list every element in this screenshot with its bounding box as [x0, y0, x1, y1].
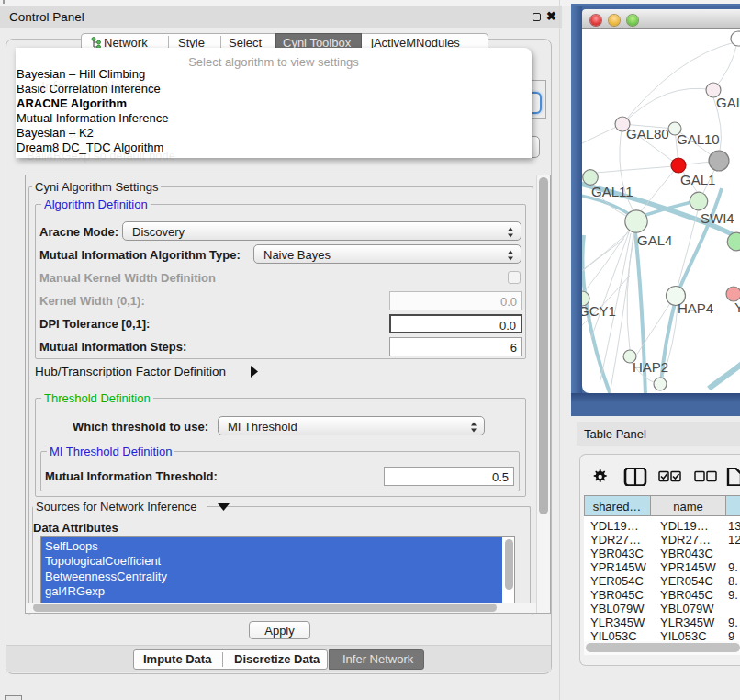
svg-text:GAL4: GAL4	[637, 232, 672, 248]
svg-text:GAL11: GAL11	[591, 184, 633, 199]
svg-text:GAL1: GAL1	[680, 172, 715, 187]
svg-text:GAL10: GAL10	[677, 131, 720, 147]
svg-text:HAP4: HAP4	[678, 300, 713, 316]
svg-text:HAP2: HAP2	[633, 359, 668, 375]
svg-text:GAL80: GAL80	[626, 126, 669, 141]
svg-text:SWI4: SWI4	[701, 210, 734, 226]
svg-text:GAL2: GAL2	[716, 95, 740, 110]
svg-text:GCY1: GCY1	[582, 303, 616, 319]
svg-text:Y: Y	[734, 299, 740, 315]
